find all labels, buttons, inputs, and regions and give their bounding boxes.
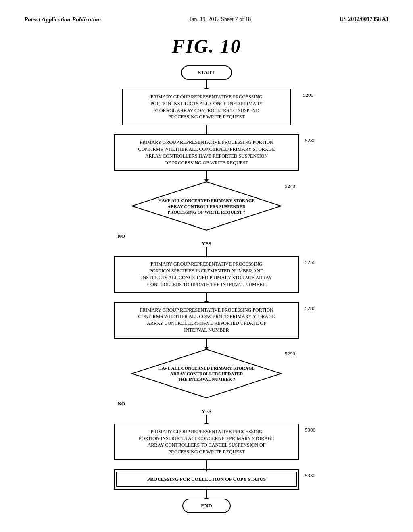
step-5290-diamond-container: HAVE ALL CONCERNED PRIMARY STORAGEARRAY … [130, 347, 283, 400]
no-label-5240: NO [118, 233, 125, 239]
step-5280-wrapper: PRIMARY GROUP REPRESENTATIVE PROCESSING … [56, 302, 357, 339]
no-label-5290: NO [118, 401, 125, 407]
end-node: END [182, 499, 231, 513]
end-node-wrapper: END [56, 499, 357, 513]
arrow-5230-to-5240 [206, 171, 207, 180]
start-node-wrapper: START [56, 65, 357, 80]
arrow-5250-to-5280 [206, 293, 207, 302]
yes-label-5290: YES [202, 409, 211, 415]
step-5280-node: PRIMARY GROUP REPRESENTATIVE PROCESSING … [114, 302, 299, 339]
step-5290-diamond-text: HAVE ALL CONCERNED PRIMARY STORAGEARRAY … [158, 365, 255, 382]
step-5200-node: PRIMARY GROUP REPRESENTATIVE PROCESSING … [122, 89, 291, 125]
step-5230-wrapper: PRIMARY GROUP REPRESENTATIVE PROCESSING … [56, 134, 357, 171]
flowchart: START PRIMARY GROUP REPRESENTATIVE PROCE… [24, 65, 389, 513]
page-header: Patent Application Publication Jan. 19, … [24, 16, 389, 23]
step-5300-node: PRIMARY GROUP REPRESENTATIVE PROCESSING … [114, 424, 299, 460]
arrow-5330-to-end [206, 490, 207, 499]
step-5290-label: 5290 [285, 351, 295, 357]
step-5230-label: 5230 [305, 137, 315, 144]
step-5250-label: 5250 [305, 259, 315, 266]
step-5200-label: 5200 [303, 92, 313, 98]
step-5330-wrapper: PROCESSING FOR COLLECTION OF COPY STATUS… [56, 469, 357, 490]
arrow-5240-to-5250 [206, 247, 207, 256]
step-5300-wrapper: PRIMARY GROUP REPRESENTATIVE PROCESSING … [56, 424, 357, 460]
step-5230-node: PRIMARY GROUP REPRESENTATIVE PROCESSING … [114, 134, 299, 171]
step-5200-wrapper: PRIMARY GROUP REPRESENTATIVE PROCESSING … [56, 89, 357, 125]
step-5250-wrapper: PRIMARY GROUP REPRESENTATIVE PROCESSING … [56, 256, 357, 293]
arrow-5200-to-5230 [206, 125, 207, 134]
step-5240-label: 5240 [285, 183, 295, 189]
step-5240-diamond-text: HAVE ALL CONCERNED PRIMARY STORAGEARRAY … [158, 197, 255, 215]
arrow-5300-to-5330 [206, 460, 207, 469]
figure-title: FIG. 10 [24, 35, 389, 57]
step-5240-no-branch-area: NO [106, 232, 307, 240]
step-5290-no-branch-area: NO [106, 400, 307, 408]
arrow-start-to-5200 [206, 80, 207, 89]
step-5330-label: 5330 [305, 472, 315, 479]
arrow-5290-to-5300 [206, 415, 207, 424]
step-5240-wrapper: HAVE ALL CONCERNED PRIMARY STORAGEARRAY … [56, 180, 357, 232]
header-patent-number: US 2012/0017058 A1 [340, 16, 389, 23]
page: Patent Application Publication Jan. 19, … [0, 0, 413, 532]
arrow-5280-to-5290 [206, 339, 207, 347]
step-5240-diamond-container: HAVE ALL CONCERNED PRIMARY STORAGEARRAY … [130, 180, 283, 232]
step-5280-label: 5280 [305, 305, 315, 312]
step-5290-wrapper: HAVE ALL CONCERNED PRIMARY STORAGEARRAY … [56, 347, 357, 400]
step-5300-label: 5300 [305, 427, 315, 433]
yes-label-5240: YES [202, 241, 211, 247]
start-node: START [181, 65, 232, 80]
step-5250-node: PRIMARY GROUP REPRESENTATIVE PROCESSING … [114, 256, 299, 293]
step-5330-outer: PROCESSING FOR COLLECTION OF COPY STATUS [114, 469, 299, 490]
step-5330-node: PROCESSING FOR COLLECTION OF COPY STATUS [116, 472, 297, 487]
header-date-sheet: Jan. 19, 2012 Sheet 7 of 18 [190, 16, 251, 23]
header-publication-label: Patent Application Publication [24, 16, 101, 23]
